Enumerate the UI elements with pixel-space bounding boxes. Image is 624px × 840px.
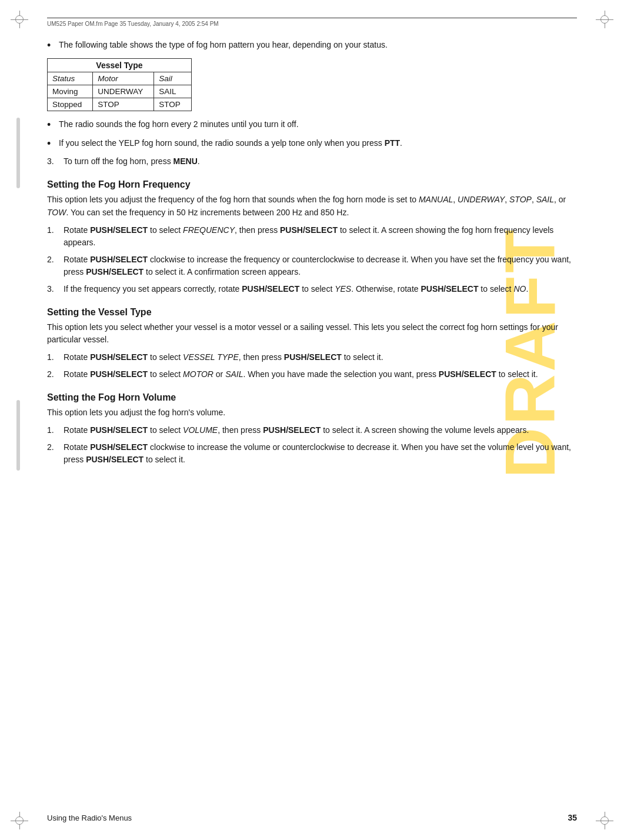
corner-marker-br [596, 812, 613, 829]
side-decoration-2 [16, 400, 20, 471]
table-sail-header: Sail [154, 72, 192, 85]
step3-text: To turn off the fog horn, press MENU. [64, 155, 577, 168]
bullet-item-3: • If you select the YELP fog horn sound,… [47, 137, 577, 151]
table-status-1: Stopped [48, 98, 93, 111]
vessel-step-1-text: Rotate PUSH/SELECT to select VESSEL TYPE… [64, 351, 577, 364]
main-content: • The following table shows the type of … [47, 39, 577, 466]
volume-step-2-num: 2. [47, 441, 64, 466]
file-header: UM525 Paper OM.fm Page 35 Tuesday, Janua… [47, 18, 577, 27]
corner-marker-tr [596, 11, 613, 28]
freq-step-3-text: If the frequency you set appears correct… [64, 283, 577, 295]
freq-step-2-num: 2. [47, 254, 64, 278]
page-container: DRAFT UM525 Paper OM.fm Page 35 Tuesday,… [0, 0, 624, 840]
volume-step-1-num: 1. [47, 424, 64, 436]
freq-step-2: 2. Rotate PUSH/SELECT clockwise to incre… [47, 254, 577, 278]
corner-marker-tl [11, 11, 28, 28]
section-volume-intro: This option lets you adjust the fog horn… [47, 406, 577, 419]
bullet-text-3: If you select the YELP fog horn sound, t… [59, 137, 577, 151]
page-footer: Using the Radio's Menus 35 [47, 813, 577, 822]
section-frequency-heading: Setting the Fog Horn Frequency [47, 179, 577, 190]
vessel-step-2-num: 2. [47, 368, 64, 381]
table-col-header-row: Status Motor Sail [48, 72, 192, 85]
vessel-step-1: 1. Rotate PUSH/SELECT to select VESSEL T… [47, 351, 577, 364]
table-header-row: Vessel Type [48, 59, 192, 72]
bullet-item-1: • The following table shows the type of … [47, 39, 577, 52]
table-status-header: Status [48, 72, 93, 85]
freq-step-3-num: 3. [47, 283, 64, 295]
page-number: 35 [568, 813, 577, 822]
corner-marker-bl [11, 812, 28, 829]
freq-step-1: 1. Rotate PUSH/SELECT to select FREQUENC… [47, 224, 577, 249]
table-motor-header: Motor [93, 72, 154, 85]
side-decoration-1 [16, 118, 20, 188]
table-sail-0: SAIL [154, 85, 192, 98]
bullet-text-1: The following table shows the type of fo… [59, 39, 577, 52]
volume-step-1: 1. Rotate PUSH/SELECT to select VOLUME, … [47, 424, 577, 436]
volume-step-2: 2. Rotate PUSH/SELECT clockwise to incre… [47, 441, 577, 466]
vessel-step-2: 2. Rotate PUSH/SELECT to select MOTOR or… [47, 368, 577, 381]
vessel-step-2-text: Rotate PUSH/SELECT to select MOTOR or SA… [64, 368, 577, 381]
vessel-step-1-num: 1. [47, 351, 64, 364]
section-vessel-intro: This option lets you select whether your… [47, 321, 577, 346]
footer-label: Using the Radio's Menus [47, 814, 132, 822]
table-status-0: Moving [48, 85, 93, 98]
bullet-symbol-2: • [47, 118, 59, 132]
section-volume-heading: Setting the Fog Horn Volume [47, 392, 577, 403]
section-vessel-heading: Setting the Vessel Type [47, 307, 577, 318]
step3-fog-off: 3. To turn off the fog horn, press MENU. [47, 155, 577, 168]
vessel-type-table: Vessel Type Status Motor Sail Moving UND… [47, 58, 192, 111]
table-row-1: Stopped STOP STOP [48, 98, 192, 111]
step3-num: 3. [47, 155, 64, 168]
freq-step-1-text: Rotate PUSH/SELECT to select FREQUENCY, … [64, 224, 577, 249]
table-motor-0: UNDERWAY [93, 85, 154, 98]
bullet-text-2: The radio sounds the fog horn every 2 mi… [59, 118, 577, 132]
volume-step-1-text: Rotate PUSH/SELECT to select VOLUME, the… [64, 424, 577, 436]
freq-step-1-num: 1. [47, 224, 64, 249]
bullet-item-2: • The radio sounds the fog horn every 2 … [47, 118, 577, 132]
freq-step-2-text: Rotate PUSH/SELECT clockwise to increase… [64, 254, 577, 278]
section-frequency-intro: This option lets you adjust the frequenc… [47, 194, 577, 219]
freq-step-3: 3. If the frequency you set appears corr… [47, 283, 577, 295]
bullet-symbol-3: • [47, 137, 59, 151]
volume-step-2-text: Rotate PUSH/SELECT clockwise to increase… [64, 441, 577, 466]
table-sail-1: STOP [154, 98, 192, 111]
table-motor-1: STOP [93, 98, 154, 111]
table-main-header: Vessel Type [48, 59, 192, 72]
bullet-symbol-1: • [47, 39, 59, 52]
table-row-0: Moving UNDERWAY SAIL [48, 85, 192, 98]
